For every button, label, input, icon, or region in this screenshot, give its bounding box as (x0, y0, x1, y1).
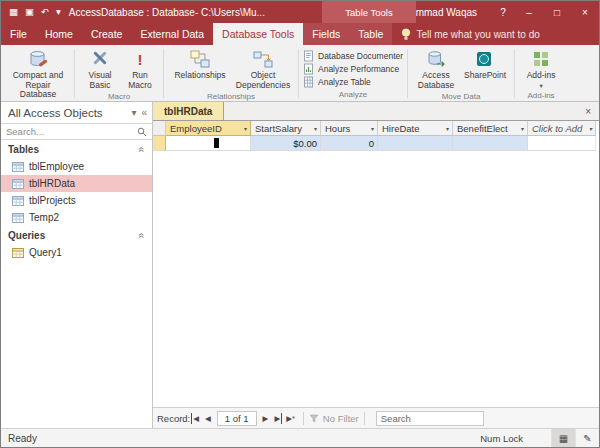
nav-item-query1[interactable]: Query1 (1, 244, 152, 261)
nav-search-input[interactable] (6, 126, 137, 137)
close-button[interactable]: × (571, 1, 599, 23)
cell-startsalary[interactable]: $0.00 (251, 136, 321, 151)
new-record-row: $0.00 0 (153, 136, 599, 151)
ribbon-group-analyze: Database Documenter Analyze Performance … (300, 46, 406, 101)
row-selector[interactable] (153, 136, 166, 151)
column-dropdown-icon[interactable]: ▾ (312, 125, 317, 132)
column-dropdown-icon[interactable]: ▾ (444, 125, 449, 132)
tab-home[interactable]: Home (36, 23, 82, 45)
nav-pane-dropdown-icon[interactable]: ▾ (131, 107, 136, 118)
section-label: Tables (8, 144, 39, 155)
visual-basic-icon (90, 49, 110, 69)
tab-create[interactable]: Create (82, 23, 132, 45)
nav-item-temp2[interactable]: Temp2 (1, 209, 152, 226)
column-header-employeeid[interactable]: EmployeeID ▾ (166, 121, 251, 136)
app-icon[interactable]: ▦ (9, 7, 18, 17)
row-selector-header[interactable] (153, 121, 166, 136)
group-divider (407, 49, 408, 98)
ribbon-tab-row: File Home Create External Data Database … (1, 23, 599, 45)
access-database-button[interactable]: Access Database (412, 48, 460, 91)
column-dropdown-icon[interactable]: ▾ (369, 125, 374, 132)
run-macro-button[interactable]: ! Run Macro (121, 48, 159, 91)
button-label: Object Dependencies (233, 71, 293, 90)
nav-item-tblprojects[interactable]: tblProjects (1, 192, 152, 209)
new-record-button[interactable]: ▶* (284, 413, 297, 424)
column-label: EmployeeID (170, 123, 222, 134)
datasheet-view-button[interactable]: ▦ (551, 429, 575, 447)
help-button[interactable]: ? (491, 1, 515, 23)
access-database-icon (426, 49, 446, 69)
tab-file[interactable]: File (1, 23, 36, 45)
run-macro-icon: ! (130, 49, 150, 69)
maximize-button[interactable]: □ (543, 1, 571, 23)
analyze-table-button[interactable]: Analyze Table (303, 76, 371, 88)
tab-fields[interactable]: Fields (303, 23, 349, 45)
close-object-icon[interactable]: × (582, 102, 594, 120)
compact-and-repair-database-button[interactable]: Compact and Repair Database (6, 48, 70, 101)
toggle-filter-button[interactable]: No Filter (309, 413, 359, 424)
first-record-button[interactable]: ◀ (191, 413, 201, 424)
column-header-startsalary[interactable]: StartSalary ▾ (251, 121, 321, 136)
shutter-bar-close-icon[interactable]: « (141, 107, 147, 118)
current-record-box[interactable]: 1 of 1 (217, 411, 257, 426)
cell-hours[interactable]: 0 (321, 136, 378, 151)
table-icon (12, 196, 24, 206)
button-label: Database Documenter (318, 51, 403, 61)
cell-hiredate[interactable] (378, 136, 453, 151)
section-header-queries[interactable]: Queries « (1, 226, 152, 244)
cell-benefitelect[interactable] (453, 136, 528, 151)
object-dependencies-button[interactable]: Object Dependencies (232, 48, 294, 91)
titlebar: ▦ ▣ ↶ ▾ AccessDatabase : Database- C:\Us… (1, 1, 599, 23)
add-ins-button[interactable]: Add-ins ▾ (519, 48, 563, 90)
titlebar-right: Muhammad Waqas ? – □ × (391, 1, 599, 23)
sharepoint-button[interactable]: SharePoint (460, 48, 510, 82)
column-header-hours[interactable]: Hours ▾ (321, 121, 378, 136)
record-search-input[interactable] (376, 411, 484, 426)
document-tab-bar: tblHRData × (153, 102, 599, 121)
database-documenter-icon (303, 50, 314, 62)
design-view-button[interactable]: ✎ (575, 429, 599, 447)
ribbon-group-relationships: Relationships Object Dependencies Relati… (165, 46, 297, 101)
button-label: Run Macro (122, 71, 158, 90)
document-area: tblHRData × EmployeeID ▾ StartSalary ▾ H… (153, 102, 599, 428)
tab-external-data[interactable]: External Data (131, 23, 213, 45)
minimize-button[interactable]: – (515, 1, 543, 23)
column-dropdown-icon[interactable]: ▾ (587, 125, 592, 132)
lightbulb-icon (401, 28, 411, 41)
relationships-icon (190, 49, 210, 69)
nav-item-tblemployee[interactable]: tblEmployee (1, 158, 152, 175)
analyze-performance-button[interactable]: Analyze Performance (303, 63, 399, 75)
column-dropdown-icon[interactable]: ▾ (242, 125, 247, 132)
save-icon[interactable]: ▣ (25, 7, 34, 17)
column-header-click-to-add[interactable]: Click to Add ▾ (528, 121, 596, 136)
compact-repair-database-icon (28, 49, 48, 69)
previous-record-button[interactable]: ◀ (203, 413, 213, 424)
undo-icon[interactable]: ↶ (41, 7, 49, 17)
nav-pane-header: All Access Objects ▾ « (1, 102, 152, 123)
nav-item-label: tblProjects (29, 195, 76, 206)
nav-item-tblhrdata[interactable]: tblHRData (1, 175, 152, 192)
document-tab-tblhrdata[interactable]: tblHRData (153, 102, 224, 120)
section-header-tables[interactable]: Tables « (1, 140, 152, 158)
visual-basic-button[interactable]: Visual Basic (79, 48, 121, 91)
qat-dropdown-icon[interactable]: ▾ (56, 7, 61, 17)
group-label-analyze: Analyze (300, 89, 406, 101)
database-documenter-button[interactable]: Database Documenter (303, 50, 403, 62)
num-lock-indicator: Num Lock (480, 433, 523, 444)
tab-table[interactable]: Table (349, 23, 392, 45)
cell-click-to-add[interactable] (528, 136, 596, 151)
tab-database-tools[interactable]: Database Tools (213, 23, 303, 45)
relationships-button[interactable]: Relationships (168, 48, 232, 82)
record-label: Record: (157, 413, 190, 424)
cell-employeeid[interactable] (166, 136, 251, 151)
ribbon-group-macro: Visual Basic ! Run Macro Macro (76, 46, 162, 101)
nav-item-label: tblEmployee (29, 161, 84, 172)
column-header-benefitelect[interactable]: BenefitElect ▾ (453, 121, 528, 136)
column-dropdown-icon[interactable]: ▾ (519, 125, 524, 132)
last-record-button[interactable]: ▶ (272, 413, 282, 424)
column-header-hiredate[interactable]: HireDate ▾ (378, 121, 453, 136)
next-record-button[interactable]: ▶ (261, 413, 271, 424)
tell-me-box[interactable]: Tell me what you want to do (392, 23, 548, 45)
button-label: Relationships (174, 71, 225, 81)
navigation-pane: All Access Objects ▾ « Tables « tblEmplo… (1, 102, 153, 428)
